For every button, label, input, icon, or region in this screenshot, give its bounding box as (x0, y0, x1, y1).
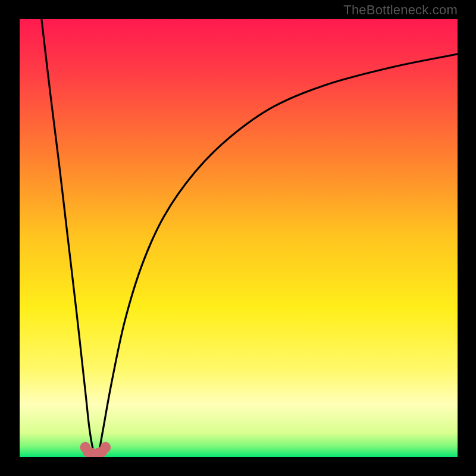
plot-area (20, 19, 458, 457)
valley-marker (100, 442, 111, 453)
watermark-text: TheBottleneck.com (343, 2, 458, 18)
chart-frame: TheBottleneck.com (0, 0, 476, 476)
plot-svg (20, 19, 458, 457)
